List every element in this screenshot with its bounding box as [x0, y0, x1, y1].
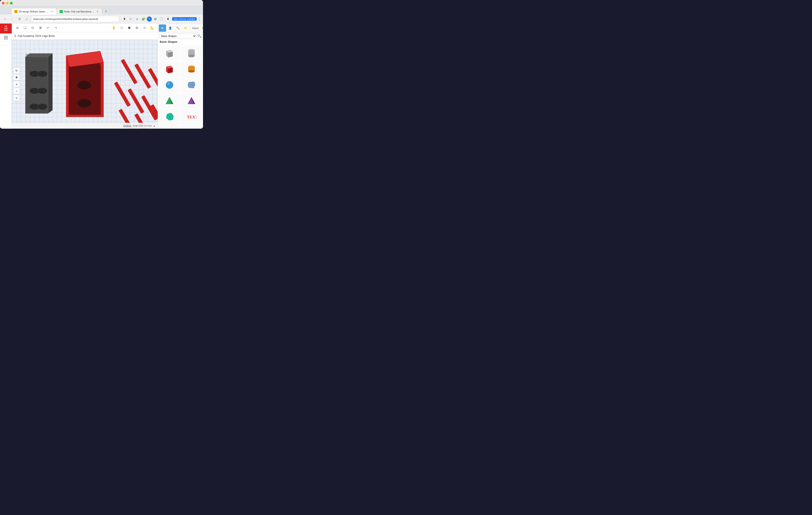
- undo-button[interactable]: ↩: [45, 25, 51, 31]
- reload-button[interactable]: ↺: [16, 16, 23, 22]
- maximize-button[interactable]: [10, 2, 13, 4]
- tab-favicon-2: [60, 10, 63, 13]
- tab-title-2: Node: Fab Lab Barcelona - 2...: [64, 10, 94, 13]
- duplicate-button[interactable]: ❑: [22, 25, 28, 31]
- tab-tinkercad[interactable]: 3D design Brilliant Jaban-Ka... ✕: [11, 8, 57, 14]
- new-tab-button[interactable]: +: [103, 8, 109, 14]
- bookmark-icon[interactable]: ☆: [128, 16, 134, 22]
- svg-text:TEXT: TEXT: [187, 115, 197, 119]
- settings-link[interactable]: Settings: [123, 125, 132, 127]
- shape-irregular-blue[interactable]: [181, 77, 202, 93]
- tab-close-2[interactable]: ✕: [96, 10, 99, 13]
- close-button[interactable]: [2, 2, 4, 4]
- svg-rect-1: [4, 37, 8, 38]
- translate-icon[interactable]: A: [134, 16, 140, 22]
- tab-fablab[interactable]: Node: Fab Lab Barcelona - 2... ✕: [57, 8, 102, 14]
- url-bar[interactable]: tinkercad.com/things/heKzK6bd6hk-brillia…: [31, 16, 120, 22]
- grid-button[interactable]: ⊞: [134, 25, 140, 31]
- shape-box-grey[interactable]: [159, 46, 180, 61]
- delete-button[interactable]: 🗑: [37, 25, 44, 31]
- fit-tool[interactable]: ⊙: [13, 95, 20, 101]
- share-icon[interactable]: ⬆: [121, 16, 127, 22]
- redo-button[interactable]: ↪: [53, 25, 59, 31]
- zoom-in-tool[interactable]: +: [13, 81, 20, 87]
- shape-teal-irregular[interactable]: [159, 109, 180, 124]
- svg-rect-19: [134, 63, 151, 89]
- svg-rect-0: [4, 36, 8, 36]
- import-button[interactable]: Import: [190, 26, 201, 30]
- shape-category-dropdown[interactable]: Basic Shapes: [159, 34, 197, 38]
- shape-text-red[interactable]: TEXT: [181, 109, 202, 124]
- rotate-view-tool[interactable]: ↻: [13, 68, 20, 73]
- project-title[interactable]: Fab Academy 2024 Lego Brick: [18, 34, 55, 38]
- tab-favicon-1: [14, 10, 18, 13]
- paste-button[interactable]: ⊡: [29, 25, 36, 31]
- export-button[interactable]: Export: [201, 26, 203, 30]
- pan-tool[interactable]: ✥: [13, 74, 20, 81]
- tab-close-1[interactable]: ✕: [51, 10, 54, 13]
- svg-rect-20: [148, 68, 158, 93]
- canvas-area[interactable]: FRONT BOTTOM: [12, 40, 158, 129]
- project-icon: ☰: [14, 34, 16, 37]
- svg-rect-21: [114, 82, 131, 107]
- tab-bar: 3D design Brilliant Jaban-Ka... ✕ Node: …: [0, 6, 203, 14]
- hamburger-menu[interactable]: [0, 33, 12, 42]
- design-header: ⧉ ❑ ⊡ 🗑 ↩ ↪ 💡 ⬡ ⬢ ⊞ ⇔ 📐: [12, 24, 158, 32]
- shape-box-red[interactable]: [159, 61, 180, 77]
- browser-window: 3D design Brilliant Jaban-Ka... ✕ Node: …: [0, 0, 203, 129]
- chrome-update-badge[interactable]: New Chrome available: [172, 17, 197, 21]
- shapes-grid: TEXT: [158, 44, 203, 129]
- select-shape-button[interactable]: ⬡: [118, 25, 125, 31]
- copy-button[interactable]: ⧉: [14, 25, 20, 31]
- svg-marker-41: [188, 82, 195, 88]
- back-button[interactable]: ‹: [2, 16, 8, 22]
- svg-marker-46: [166, 113, 174, 120]
- shape-pyramid-green[interactable]: [159, 93, 180, 109]
- home-button[interactable]: ⌂: [24, 16, 30, 22]
- minimize-button[interactable]: [6, 2, 9, 4]
- svg-rect-18: [121, 59, 138, 84]
- grid-view-button[interactable]: ⊞: [159, 25, 166, 32]
- tinkercad-logo[interactable]: TINKERCAD: [0, 24, 12, 33]
- workplane-button[interactable]: ⬢: [126, 25, 132, 31]
- shape-box-dark[interactable]: [159, 125, 180, 129]
- canvas-bottom-bar: Settings Snap Grid 1.0 mm ▲: [12, 123, 158, 129]
- red-sticks-svg: [114, 58, 158, 129]
- svg-point-7: [37, 71, 47, 77]
- basic-shapes-label: Basic Shapes: [158, 39, 203, 44]
- action-buttons-group: Import Export Send To: [190, 24, 203, 33]
- logo-text: TINKERCAD: [4, 26, 7, 31]
- svg-point-38: [188, 70, 195, 72]
- extensions-icon[interactable]: 🧩: [141, 16, 146, 22]
- shape-sphere-blue[interactable]: [159, 77, 180, 93]
- shape-cylinder-orange[interactable]: [181, 61, 202, 77]
- address-bar: ‹ › ↺ ⌂ tinkercad.com/things/heKzK6bd6hk…: [0, 14, 203, 24]
- shape-cylinder-grey[interactable]: [181, 46, 202, 61]
- profile-icon[interactable]: G: [147, 17, 152, 22]
- shape-pyramid-yellow[interactable]: [181, 125, 202, 129]
- snap-grid-value: 1.0 mm: [144, 125, 152, 127]
- history-icon[interactable]: 🕐: [158, 16, 165, 22]
- hammer-icon-button[interactable]: 🔨: [174, 25, 181, 32]
- shape-pyramid-purple[interactable]: [181, 93, 202, 109]
- forward-button[interactable]: ›: [9, 16, 16, 22]
- cast-icon[interactable]: ⊡: [152, 16, 158, 22]
- user-icon-button[interactable]: 👤: [167, 25, 174, 32]
- ruler-button[interactable]: 📐: [149, 25, 155, 31]
- svg-point-40: [167, 83, 170, 85]
- svg-marker-29: [168, 52, 173, 57]
- url-text: tinkercad.com/things/heKzK6bd6hk-brillia…: [33, 18, 117, 20]
- browser-menu-button[interactable]: ⋮: [198, 17, 201, 21]
- folder-icon-button[interactable]: 📁: [182, 25, 189, 32]
- search-shapes-button[interactable]: 🔍: [197, 34, 202, 38]
- zoom-out-tool[interactable]: −: [13, 88, 20, 94]
- project-title-bar: ☰ Fab Academy 2024 Lego Brick: [12, 32, 158, 40]
- mirror-button[interactable]: ⇔: [141, 25, 148, 31]
- updates-icon[interactable]: ⬇: [165, 16, 171, 22]
- lego-red-brick[interactable]: [64, 49, 106, 119]
- snap-dropdown-btn[interactable]: ▲: [153, 125, 155, 127]
- lego-grey-brick[interactable]: [21, 52, 53, 116]
- menu-icon: [4, 36, 8, 39]
- light-button[interactable]: 💡: [111, 25, 117, 31]
- svg-rect-22: [127, 88, 144, 114]
